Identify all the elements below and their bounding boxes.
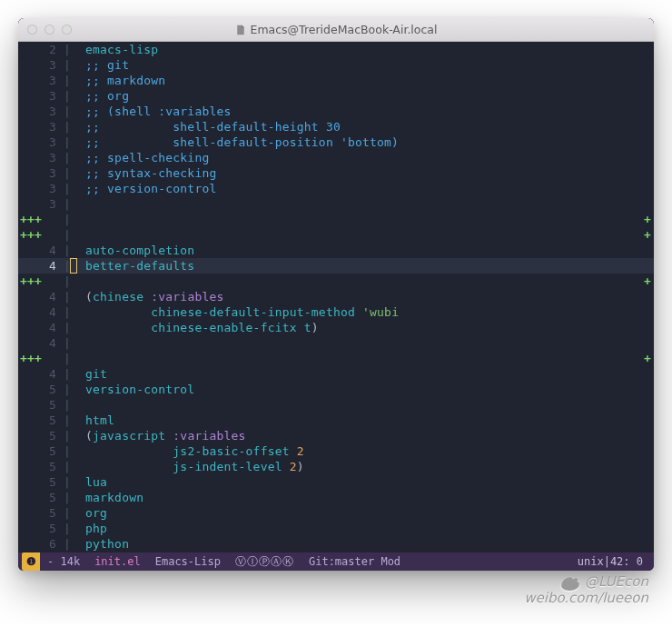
code-content[interactable] [85, 196, 654, 212]
watermark: @LUEcon weibo.com/lueeon [18, 571, 654, 606]
code-line[interactable]: 4|auto-completion [18, 243, 654, 258]
code-line[interactable]: +++|+ [18, 227, 654, 243]
code-content[interactable]: ;; shell-default-position 'bottom) [85, 134, 654, 150]
relative-line-number: 4 [18, 289, 64, 304]
code-content[interactable]: markdown [85, 490, 654, 505]
code-line[interactable]: 3|;; (shell :variables [18, 104, 654, 119]
code-content[interactable]: ;; spell-checking [85, 150, 654, 165]
code-content[interactable]: js2-basic-offset 2 [85, 443, 654, 459]
fringe: | [64, 521, 85, 536]
code-content[interactable]: + [85, 274, 654, 289]
code-content[interactable]: (chinese :variables [85, 289, 654, 304]
code-content[interactable]: ;; shell-default-height 30 [85, 119, 654, 134]
fringe: | [64, 382, 85, 397]
fringe: | [64, 212, 85, 227]
code-content[interactable]: ;; version-control [85, 181, 654, 196]
code-line[interactable]: 3|;; git [18, 57, 654, 73]
relative-line-number: 4 [18, 335, 64, 351]
code-line[interactable]: 5|(javascript :variables [18, 428, 654, 443]
relative-line-number: 3 [18, 88, 64, 104]
code-content[interactable]: org [85, 505, 654, 521]
code-line[interactable]: 4| [18, 335, 654, 351]
code-line[interactable]: 4| chinese-enable-fcitx t) [18, 320, 654, 335]
code-line[interactable]: 6|python [18, 536, 654, 552]
relative-line-number: 3 [18, 104, 64, 119]
code-content[interactable]: + [85, 351, 654, 366]
fringe: | [64, 320, 85, 335]
code-line[interactable]: 4|git [18, 366, 654, 382]
code-content[interactable]: lua [85, 474, 654, 490]
fringe: | [64, 274, 85, 289]
code-content[interactable]: ;; syntax-checking [85, 165, 654, 181]
code-line[interactable]: 5|lua [18, 474, 654, 490]
fringe: | [64, 443, 85, 459]
flycheck-warning-badge[interactable]: ❶ [22, 552, 40, 571]
code-line[interactable]: 5|html [18, 413, 654, 428]
code-content[interactable]: + [85, 227, 654, 243]
relative-line-number: 5 [18, 382, 64, 397]
code-line[interactable]: 3|;; shell-default-position 'bottom) [18, 134, 654, 150]
code-content[interactable]: html [85, 413, 654, 428]
code-line[interactable]: 4|(chinese :variables [18, 289, 654, 304]
code-content[interactable]: git [85, 366, 654, 382]
code-content[interactable]: chinese-enable-fcitx t) [85, 320, 654, 335]
code-line[interactable]: 5| js-indent-level 2) [18, 459, 654, 474]
code-line[interactable]: 5|version-control [18, 382, 654, 397]
code-content[interactable] [85, 335, 654, 351]
relative-line-number: 3 [18, 134, 64, 150]
code-line[interactable]: 5|markdown [18, 490, 654, 505]
code-content[interactable]: version-control [85, 382, 654, 397]
relative-line-number: 3 [18, 119, 64, 134]
modeline-right: unix | 42: 0 [570, 552, 650, 571]
close-icon[interactable] [27, 25, 37, 35]
code-line[interactable]: 5| js2-basic-offset 2 [18, 443, 654, 459]
vc-status[interactable]: Git:master Mod [301, 552, 408, 571]
code-line[interactable]: 3|;; shell-default-height 30 [18, 119, 654, 134]
relative-line-number: 4 [18, 258, 64, 274]
fringe: | [64, 134, 85, 150]
code-line[interactable]: 5|php [18, 521, 654, 536]
diff-added-marker: +++ [18, 351, 64, 366]
code-content[interactable]: ;; markdown [85, 73, 654, 88]
minor-modes: ⓋⒾⓅⒶⓀ [228, 552, 301, 571]
code-line[interactable]: +++|+ [18, 351, 654, 366]
code-content[interactable]: chinese-default-input-method 'wubi [85, 304, 654, 320]
zoom-icon[interactable] [62, 25, 72, 35]
code-content[interactable]: ;; git [85, 57, 654, 73]
code-content[interactable]: + [85, 212, 654, 227]
code-line[interactable]: 3|;; markdown [18, 73, 654, 88]
minimize-icon[interactable] [44, 25, 54, 35]
code-line[interactable]: +++|+ [18, 274, 654, 289]
code-line[interactable]: 3|;; syntax-checking [18, 165, 654, 181]
code-content[interactable]: php [85, 521, 654, 536]
code-line[interactable]: 3| [18, 196, 654, 212]
code-line[interactable]: 4|better-defaults [18, 258, 654, 274]
code-line[interactable]: +++|+ [18, 212, 654, 227]
code-content[interactable] [85, 397, 654, 413]
code-content[interactable]: better-defaults [85, 258, 654, 274]
fringe: | [64, 119, 85, 134]
code-line[interactable]: 3|;; spell-checking [18, 150, 654, 165]
fringe: | [64, 227, 85, 243]
buffer-filename[interactable]: init.el [87, 552, 148, 571]
fringe: | [64, 505, 85, 521]
code-content[interactable]: python [85, 536, 654, 552]
code-line[interactable]: 5| [18, 397, 654, 413]
code-content[interactable]: ;; org [85, 88, 654, 104]
titlebar[interactable]: Emacs@TrerideMacBook-Air.local [18, 18, 654, 42]
code-content[interactable]: emacs-lisp [85, 42, 654, 57]
code-line[interactable]: 5|org [18, 505, 654, 521]
code-line[interactable]: 3|;; org [18, 88, 654, 104]
code-line[interactable]: 2|emacs-lisp [18, 42, 654, 57]
relative-line-number: 3 [18, 165, 64, 181]
code-line[interactable]: 4| chinese-default-input-method 'wubi [18, 304, 654, 320]
watermark-url: weibo.com/lueeon [524, 591, 648, 606]
relative-line-number: 4 [18, 320, 64, 335]
code-content[interactable]: (javascript :variables [85, 428, 654, 443]
editor-buffer[interactable]: 2|emacs-lisp3|;; git3|;; markdown3|;; or… [18, 42, 654, 552]
major-mode[interactable]: Emacs-Lisp [148, 552, 228, 571]
code-content[interactable]: auto-completion [85, 243, 654, 258]
code-content[interactable]: ;; (shell :variables [85, 104, 654, 119]
code-content[interactable]: js-indent-level 2) [85, 459, 654, 474]
code-line[interactable]: 3|;; version-control [18, 181, 654, 196]
